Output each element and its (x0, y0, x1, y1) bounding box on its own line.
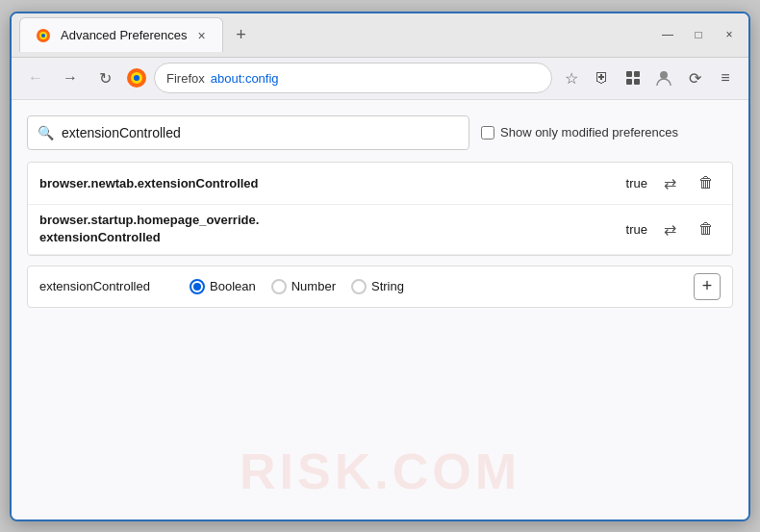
add-preference-row: extensionControlled Boolean Number Strin… (27, 266, 733, 308)
search-icon: 🔍 (38, 125, 54, 140)
maximize-button[interactable]: □ (687, 23, 710, 46)
profile-icon[interactable] (650, 64, 677, 91)
boolean-label: Boolean (210, 279, 256, 293)
browser-window: Advanced Preferences × + — □ × ← → ↻ Fir… (10, 12, 750, 521)
sync-icon[interactable]: ⟳ (681, 64, 708, 91)
pref-value-1: true (626, 176, 647, 190)
search-row: 🔍 Show only modified preferences (27, 115, 733, 150)
tab-favicon (32, 24, 55, 47)
svg-point-5 (134, 75, 139, 81)
svg-point-2 (41, 34, 45, 38)
firefox-logo (125, 66, 148, 89)
number-radio-circle[interactable] (271, 279, 287, 294)
new-tab-button[interactable]: + (227, 20, 256, 49)
show-modified-checkbox[interactable] (481, 126, 494, 139)
extensions-icon[interactable] (620, 64, 646, 91)
svg-rect-9 (634, 79, 640, 85)
close-button[interactable]: × (718, 23, 741, 46)
table-row: browser.newtab.extensionControlled true … (28, 163, 732, 205)
boolean-radio[interactable]: Boolean (190, 279, 256, 294)
tab-close-button[interactable]: × (193, 27, 211, 44)
pref-value-2: true (626, 222, 647, 237)
show-modified-label[interactable]: Show only modified preferences (481, 125, 678, 139)
boolean-radio-circle[interactable] (190, 279, 205, 294)
search-input[interactable] (62, 125, 459, 140)
svg-point-10 (660, 71, 668, 79)
string-radio[interactable]: String (351, 279, 404, 294)
pref-name-1: browser.newtab.extensionControlled (39, 176, 619, 190)
pref-name-2: browser.startup.homepage_override. exten… (39, 212, 619, 246)
swap-button-1[interactable]: ⇄ (655, 168, 684, 197)
show-modified-text: Show only modified preferences (500, 125, 678, 139)
delete-icon-2: 🗑 (698, 220, 714, 238)
forward-button[interactable]: → (56, 63, 85, 92)
reload-button[interactable]: ↻ (90, 63, 119, 92)
delete-button-2[interactable]: 🗑 (692, 215, 721, 243)
back-button[interactable]: ← (21, 63, 50, 92)
preference-search-box[interactable]: 🔍 (27, 115, 469, 150)
string-radio-circle[interactable] (351, 279, 367, 294)
browser-tab[interactable]: Advanced Preferences × (19, 17, 223, 52)
number-label: Number (291, 279, 336, 293)
delete-button-1[interactable]: 🗑 (692, 168, 721, 197)
swap-icon: ⇄ (664, 174, 676, 192)
new-pref-name: extensionControlled (39, 279, 174, 293)
type-radio-group: Boolean Number String (190, 279, 404, 294)
string-label: String (371, 279, 404, 293)
delete-icon: 🗑 (698, 174, 714, 191)
nav-icons: ☆ ⛨ ⟳ ≡ (558, 64, 739, 91)
bookmark-icon[interactable]: ☆ (558, 64, 585, 91)
window-controls: — □ × (656, 23, 741, 46)
address-bar[interactable]: Firefox about:config (154, 63, 552, 93)
content-area: RISK.COM 🔍 Show only modified preference… (12, 100, 748, 519)
swap-button-2[interactable]: ⇄ (655, 215, 684, 243)
shield-icon[interactable]: ⛨ (589, 64, 616, 91)
svg-rect-6 (626, 71, 632, 77)
menu-icon[interactable]: ≡ (712, 64, 739, 91)
nav-bar: ← → ↻ Firefox about:config ☆ ⛨ (12, 58, 748, 100)
watermark: RISK.COM (240, 443, 520, 500)
browser-name: Firefox (166, 71, 205, 86)
svg-rect-7 (634, 71, 640, 77)
minimize-button[interactable]: — (656, 23, 679, 46)
swap-icon-2: ⇄ (664, 220, 676, 239)
tab-title: Advanced Preferences (61, 28, 188, 42)
url-text: about:config (211, 71, 279, 86)
results-table: browser.newtab.extensionControlled true … (27, 162, 733, 256)
svg-rect-8 (626, 79, 632, 85)
number-radio[interactable]: Number (271, 279, 336, 294)
title-bar: Advanced Preferences × + — □ × (12, 13, 748, 58)
add-button[interactable]: + (694, 273, 721, 300)
table-row: browser.startup.homepage_override. exten… (28, 205, 732, 255)
